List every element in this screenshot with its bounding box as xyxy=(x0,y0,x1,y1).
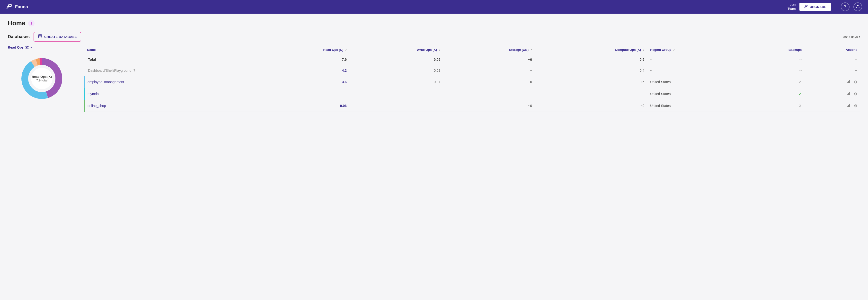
mytodo-region-cell: United States xyxy=(647,88,744,100)
total-actions-cell: -- xyxy=(805,54,860,65)
mytodo-actions-cell: ⚙ xyxy=(805,88,860,100)
dashboard-write-ops-cell: 0.02 xyxy=(350,65,443,76)
metrics-icon[interactable] xyxy=(847,91,851,96)
page-badge: 1 xyxy=(28,20,34,27)
database-icon xyxy=(38,34,42,39)
upgrade-button[interactable]: UPGRADE xyxy=(800,3,831,11)
total-backups-cell: -- xyxy=(744,54,805,65)
mytodo-name-cell[interactable]: mytodo xyxy=(84,88,256,100)
databases-section-title: Databases xyxy=(8,34,30,39)
mytodo-storage-cell: -- xyxy=(443,88,535,100)
user-icon xyxy=(856,4,860,9)
col-region-group: Region Group ? xyxy=(647,46,744,54)
online-shop-link[interactable]: online_shop xyxy=(88,104,106,108)
dashboard-compute-cell: 0.4 xyxy=(535,65,647,76)
table-row: online_shop 0.06 -- ~0 ~0 United States … xyxy=(84,100,860,112)
online-shop-read-ops-cell: 0.06 xyxy=(256,100,350,112)
metrics-icon[interactable] xyxy=(847,80,851,84)
total-region-cell: -- xyxy=(647,54,744,65)
upgrade-bird-icon xyxy=(804,5,808,9)
svg-rect-16 xyxy=(848,105,849,107)
total-write-ops-cell: 0.09 xyxy=(350,54,443,65)
section-header: Databases CREATE DATABASE Last 7 days ▾ xyxy=(8,32,860,41)
right-panel: Name Read Ops (K) ? Write Ops (K) ? Stor… xyxy=(84,46,860,112)
table-row: Dashboard/Shell/Playground ? 4.2 0.02 --… xyxy=(84,65,860,76)
svg-rect-9 xyxy=(848,81,849,83)
svg-rect-12 xyxy=(847,94,847,95)
brand-name: Fauna xyxy=(15,4,28,9)
employee-region-cell: United States xyxy=(647,76,744,88)
backup-ban-icon[interactable]: ⊘ xyxy=(799,103,802,108)
databases-table: Name Read Ops (K) ? Write Ops (K) ? Stor… xyxy=(84,46,860,112)
read-ops-help-icon[interactable]: ? xyxy=(345,48,346,52)
donut-center-label: Read Ops (K) 7.9 total xyxy=(32,75,52,82)
employee-storage-cell: ~0 xyxy=(443,76,535,88)
employee-backups-cell: ⊘ xyxy=(744,76,805,88)
online-shop-name-cell[interactable]: online_shop xyxy=(84,100,256,112)
dashboard-actions-cell: -- xyxy=(805,65,860,76)
online-shop-actions-cell: ⚙ xyxy=(805,100,860,112)
total-read-ops-cell: 7.9 xyxy=(256,54,350,65)
backup-check-icon[interactable]: ✓ xyxy=(799,92,802,96)
total-name-cell: Total xyxy=(84,54,256,65)
svg-rect-8 xyxy=(847,82,847,83)
mytodo-write-ops-cell: -- xyxy=(350,88,443,100)
table-header: Name Read Ops (K) ? Write Ops (K) ? Stor… xyxy=(84,46,860,54)
svg-rect-13 xyxy=(848,93,849,95)
col-storage: Storage (GB) ? xyxy=(443,46,535,54)
svg-point-1 xyxy=(38,34,42,36)
top-navigation: Fauna plan Team UPGRADE ? xyxy=(0,0,868,13)
col-read-ops: Read Ops (K) ? xyxy=(256,46,350,54)
create-database-button[interactable]: CREATE DATABASE xyxy=(34,32,81,41)
online-shop-write-ops-cell: -- xyxy=(350,100,443,112)
svg-rect-17 xyxy=(849,104,850,107)
online-shop-backups-cell: ⊘ xyxy=(744,100,805,112)
employee-compute-cell: 0.5 xyxy=(535,76,647,88)
svg-point-0 xyxy=(857,5,859,6)
storage-help-icon[interactable]: ? xyxy=(530,48,532,52)
online-shop-storage-cell: ~0 xyxy=(443,100,535,112)
dashboard-help-icon[interactable]: ? xyxy=(133,68,135,72)
region-group-help-icon[interactable]: ? xyxy=(673,48,675,52)
read-ops-chevron-icon: ▾ xyxy=(30,46,32,49)
mytodo-read-ops-cell: -- xyxy=(256,88,350,100)
online-shop-compute-cell: ~0 xyxy=(535,100,647,112)
help-icon: ? xyxy=(844,5,846,9)
compute-ops-help-icon[interactable]: ? xyxy=(643,48,644,52)
svg-rect-10 xyxy=(849,80,850,83)
page-content: Home 1 Databases CREATE DATABASE Last 7 … xyxy=(0,13,868,118)
dashboard-name-cell: Dashboard/Shell/Playground ? xyxy=(84,65,256,76)
col-name: Name xyxy=(84,46,256,54)
fauna-logo-icon xyxy=(6,3,13,10)
employee-read-ops-cell: 3.6 xyxy=(256,76,350,88)
table-body: Total 7.9 0.09 ~0 0.9 -- -- -- Dashboard… xyxy=(84,54,860,112)
mytodo-link[interactable]: mytodo xyxy=(88,92,99,96)
read-ops-filter[interactable]: Read Ops (K) ▾ xyxy=(8,46,76,49)
settings-icon[interactable]: ⚙ xyxy=(854,92,857,96)
metrics-icon[interactable] xyxy=(847,103,851,108)
backup-ban-icon[interactable]: ⊘ xyxy=(799,80,802,84)
col-backups: Backups xyxy=(744,46,805,54)
employee-name-cell[interactable]: employee_management xyxy=(84,76,256,88)
dashboard-backups-cell: -- xyxy=(744,65,805,76)
table-row: mytodo -- -- -- -- United States ✓ xyxy=(84,88,860,100)
dashboard-read-ops-cell: 4.2 xyxy=(256,65,350,76)
mytodo-backups-cell: ✓ xyxy=(744,88,805,100)
last-days-filter[interactable]: Last 7 days ▾ xyxy=(842,35,861,39)
table-row: Total 7.9 0.09 ~0 0.9 -- -- -- xyxy=(84,54,860,65)
write-ops-help-icon[interactable]: ? xyxy=(439,48,440,52)
user-account-button[interactable] xyxy=(854,2,862,11)
settings-icon[interactable]: ⚙ xyxy=(854,80,857,84)
settings-icon[interactable]: ⚙ xyxy=(854,103,857,108)
nav-divider xyxy=(836,2,836,11)
page-header: Home 1 xyxy=(8,20,860,27)
plan-info: plan Team xyxy=(787,3,796,11)
employee-management-link[interactable]: employee_management xyxy=(88,80,124,84)
col-actions: Actions xyxy=(805,46,860,54)
dashboard-storage-cell: -- xyxy=(443,65,535,76)
total-compute-ops-cell: 0.9 xyxy=(535,54,647,65)
col-compute-ops: Compute Ops (K) ? xyxy=(535,46,647,54)
employee-write-ops-cell: 0.07 xyxy=(350,76,443,88)
nav-left: Fauna xyxy=(6,3,28,10)
help-button[interactable]: ? xyxy=(841,2,849,11)
